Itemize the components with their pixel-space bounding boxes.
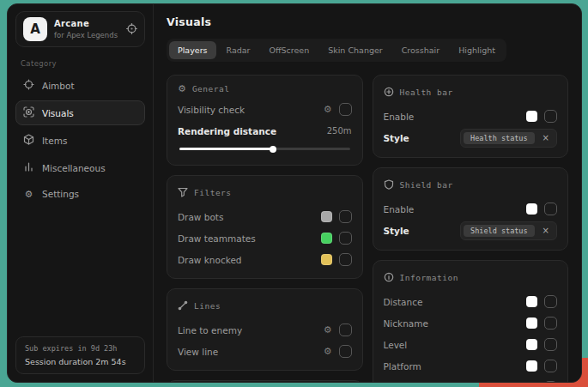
setting-row-health-style: Style Health status ×	[384, 129, 558, 148]
view-line-checkbox[interactable]	[339, 345, 352, 358]
card-health-bar: Health bar Enable Style Health status	[373, 75, 569, 158]
setting-row-shield-style: Style Shield status ×	[384, 221, 558, 240]
setting-label: Rendering distance	[178, 126, 276, 136]
slider-thumb[interactable]	[270, 146, 276, 153]
card-title: General	[192, 84, 230, 94]
health-style-select[interactable]: Health status ×	[460, 129, 557, 148]
setting-row-view-line: View line ⚙	[178, 342, 352, 360]
level-checkbox[interactable]	[544, 338, 557, 351]
color-swatch[interactable]	[526, 382, 537, 383]
style-tag: Shield status	[464, 225, 535, 237]
gear-icon: ⚙	[178, 84, 186, 94]
app-logo: A	[23, 17, 47, 41]
card-title: Filters	[194, 188, 232, 197]
configure-gear-icon[interactable]: ⚙	[324, 347, 332, 356]
setting-row-draw-bots: Draw bots	[178, 208, 352, 226]
setting-row-rendering-distance: Rendering distance 250m	[178, 122, 352, 140]
shield-enable-checkbox[interactable]	[544, 203, 557, 215]
configure-gear-icon[interactable]: ⚙	[324, 325, 332, 335]
setting-label: View line	[178, 347, 218, 357]
sidebar-item-miscellaneous[interactable]: Miscellaneous	[15, 155, 145, 180]
platform-checkbox[interactable]	[544, 360, 557, 372]
setting-label: Visibility check	[178, 105, 245, 115]
setting-row-health-enable: Enable	[384, 107, 558, 125]
tab-bar: Players Radar OffScreen Skin Changer Cro…	[167, 39, 506, 62]
color-swatch[interactable]	[321, 211, 332, 222]
card-title: Information	[400, 273, 458, 282]
target-icon[interactable]	[126, 21, 137, 38]
color-swatch[interactable]	[526, 296, 537, 307]
rendering-distance-slider[interactable]	[179, 148, 350, 150]
app-name: Arcane	[54, 19, 119, 29]
shield-style-select[interactable]: Shield status ×	[460, 221, 557, 240]
right-column: Health bar Enable Style Health status	[373, 75, 569, 383]
setting-row-shield-enable: Enable	[384, 200, 558, 218]
setting-row-platform: Platform	[384, 357, 558, 375]
subscription-box: Sub expires in 9d 23h Session duration 2…	[15, 336, 145, 374]
card-title: Health bar	[400, 88, 453, 97]
setting-label: Enable	[384, 112, 415, 122]
distance-checkbox[interactable]	[544, 295, 557, 308]
color-swatch[interactable]	[526, 339, 537, 350]
sidebar-item-label: Miscellaneous	[42, 163, 106, 173]
tab-highlight[interactable]: Highlight	[450, 41, 504, 59]
main-panel: Visuals Players Radar OffScreen Skin Cha…	[154, 4, 581, 382]
brand-text: Arcane for Apex Legends	[54, 19, 119, 39]
setting-label: Platform	[384, 361, 421, 372]
info-icon	[384, 269, 394, 286]
tab-crosshair[interactable]: Crosshair	[393, 41, 448, 59]
slider-value: 250m	[327, 126, 352, 136]
line-to-enemy-checkbox[interactable]	[339, 324, 352, 336]
sidebar-item-visuals[interactable]: Visuals	[15, 100, 145, 125]
setting-label: Distance	[384, 297, 423, 307]
color-swatch[interactable]	[526, 111, 537, 122]
cube-icon	[23, 134, 34, 147]
draw-teammates-checkbox[interactable]	[339, 232, 352, 245]
color-swatch[interactable]	[526, 203, 537, 215]
configure-gear-icon[interactable]: ⚙	[324, 105, 332, 114]
setting-row-distance: Distance	[384, 293, 558, 311]
sub-expires-text: Sub expires in 9d 23h	[25, 344, 136, 353]
sidebar-item-items[interactable]: Items	[15, 128, 145, 153]
legend-name-checkbox[interactable]	[544, 381, 557, 383]
app-window: A Arcane for Apex Legends Category Aimbo…	[7, 3, 582, 383]
session-duration-text: Session duration 2m 54s	[25, 357, 136, 366]
card-filters: Filters Draw bots Draw teammates	[167, 175, 363, 279]
tab-players[interactable]: Players	[169, 41, 216, 59]
tab-skin-changer[interactable]: Skin Changer	[319, 41, 391, 59]
card-general: ⚙ General Visibility check ⚙ Rendering d…	[167, 75, 363, 166]
cards-grid: ⚙ General Visibility check ⚙ Rendering d…	[167, 75, 568, 383]
color-swatch[interactable]	[321, 233, 332, 244]
setting-label: Line to enemy	[178, 325, 242, 336]
tab-offscreen[interactable]: OffScreen	[261, 41, 318, 59]
app-subtitle: for Apex Legends	[54, 31, 119, 39]
card-information: Information Distance Nickname	[373, 260, 569, 383]
setting-row-nickname: Nickname	[384, 314, 558, 332]
filter-icon	[178, 184, 188, 201]
sidebar-item-label: Items	[42, 136, 67, 146]
setting-row-line-to-enemy: Line to enemy ⚙	[178, 321, 352, 339]
sidebar-item-aimbot[interactable]: Aimbot	[15, 73, 145, 98]
color-swatch[interactable]	[526, 360, 537, 372]
setting-label: Draw knocked	[178, 255, 242, 265]
setting-row-visibility-check: Visibility check ⚙	[178, 100, 352, 118]
setting-row-draw-teammates: Draw teammates	[178, 229, 352, 247]
color-swatch[interactable]	[526, 317, 537, 329]
visibility-check-checkbox[interactable]	[339, 103, 352, 116]
shield-icon	[384, 177, 394, 193]
draw-knocked-checkbox[interactable]	[339, 253, 352, 266]
line-icon	[178, 298, 188, 314]
category-label: Category	[21, 59, 145, 68]
sidebar-item-label: Settings	[42, 189, 79, 199]
close-icon[interactable]: ×	[543, 227, 549, 235]
sidebar-item-settings[interactable]: ⚙ Settings	[15, 183, 145, 205]
close-icon[interactable]: ×	[543, 134, 549, 142]
nickname-checkbox[interactable]	[544, 317, 557, 330]
setting-label: Style	[384, 226, 409, 236]
color-swatch[interactable]	[321, 254, 332, 265]
page-title: Visuals	[167, 15, 568, 28]
health-enable-checkbox[interactable]	[544, 110, 557, 123]
draw-bots-checkbox[interactable]	[339, 210, 352, 223]
card-lines: Lines Line to enemy ⚙ View line ⚙	[167, 288, 363, 371]
tab-radar[interactable]: Radar	[218, 41, 259, 59]
